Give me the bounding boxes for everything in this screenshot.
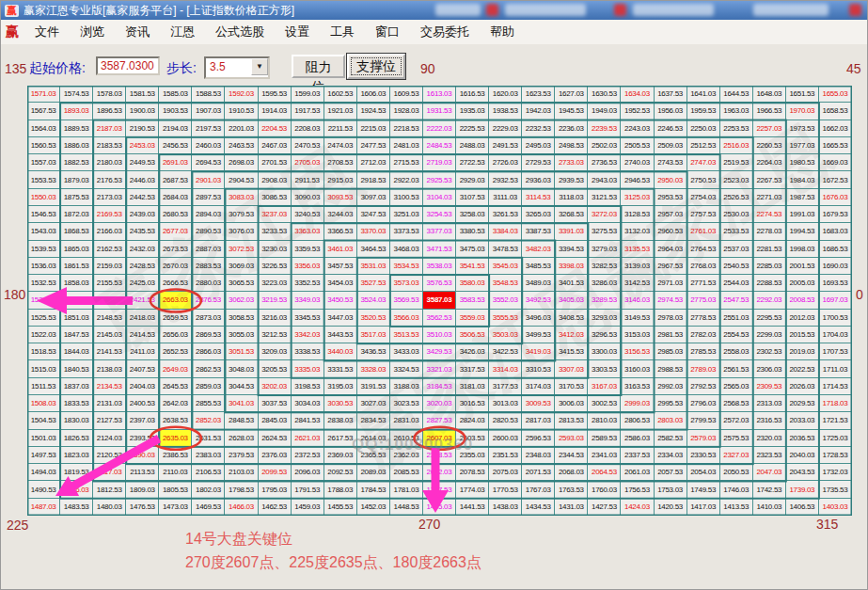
- center-cell[interactable]: 1847.53: [60, 327, 93, 343]
- center-cell[interactable]: 2981.53: [655, 327, 687, 343]
- center-cell[interactable]: 2866.03: [192, 343, 225, 360]
- center-cell[interactable]: 1854.53: [60, 292, 93, 309]
- center-cell[interactable]: 1914.03: [259, 103, 292, 120]
- center-cell[interactable]: 3237.03: [259, 206, 292, 223]
- center-cell[interactable]: 3349.03: [292, 292, 324, 309]
- center-cell[interactable]: 2246.53: [655, 120, 687, 137]
- center-cell[interactable]: 2747.03: [687, 154, 720, 171]
- center-cell[interactable]: 2330.53: [687, 447, 720, 464]
- center-cell[interactable]: 3405.03: [555, 292, 588, 309]
- center-cell[interactable]: 3576.53: [423, 275, 456, 292]
- center-cell[interactable]: 1781.03: [390, 481, 423, 498]
- center-cell[interactable]: 2603.53: [456, 430, 489, 447]
- center-cell[interactable]: 2078.53: [456, 464, 489, 481]
- step-dropdown[interactable]: 3.5 ▼: [204, 56, 270, 79]
- center-cell[interactable]: 2967.53: [655, 258, 687, 275]
- center-cell[interactable]: 1777.53: [423, 481, 456, 498]
- center-cell[interactable]: 1585.03: [159, 86, 192, 103]
- center-cell[interactable]: 3181.03: [456, 378, 489, 395]
- center-cell[interactable]: 2362.03: [390, 447, 423, 464]
- center-cell[interactable]: 2995.53: [655, 395, 687, 412]
- center-cell[interactable]: 2050.53: [720, 464, 753, 481]
- center-cell[interactable]: 3475.03: [456, 241, 489, 258]
- center-cell[interactable]: 2957.03: [655, 206, 687, 223]
- center-cell[interactable]: 3027.03: [357, 395, 390, 412]
- center-cell[interactable]: 1826.53: [60, 430, 93, 447]
- center-cell[interactable]: 3321.03: [423, 360, 456, 377]
- center-cell[interactable]: 2082.03: [423, 464, 456, 481]
- center-cell[interactable]: 1483.53: [60, 499, 93, 516]
- center-cell[interactable]: 3482.03: [522, 241, 555, 258]
- center-cell[interactable]: 2519.53: [720, 154, 753, 171]
- center-cell[interactable]: 2677.03: [159, 223, 192, 240]
- center-cell[interactable]: 1560.53: [27, 137, 60, 154]
- center-cell[interactable]: 2292.03: [753, 292, 786, 309]
- center-cell[interactable]: 1956.03: [655, 103, 687, 120]
- center-cell[interactable]: 2019.03: [786, 343, 819, 360]
- center-cell[interactable]: 2848.53: [225, 412, 258, 429]
- center-cell[interactable]: 2327.03: [720, 447, 753, 464]
- center-cell[interactable]: 1441.53: [456, 499, 489, 516]
- center-cell[interactable]: 2334.03: [655, 447, 687, 464]
- center-cell[interactable]: 3429.53: [423, 343, 456, 360]
- center-cell[interactable]: 3076.03: [225, 223, 258, 240]
- center-cell[interactable]: 2131.03: [93, 395, 126, 412]
- center-cell[interactable]: 3216.03: [259, 310, 292, 327]
- center-cell[interactable]: 2568.53: [720, 395, 753, 412]
- center-cell[interactable]: 1728.53: [819, 447, 852, 464]
- center-cell[interactable]: 2376.03: [259, 447, 292, 464]
- center-cell[interactable]: 3198.53: [292, 378, 324, 395]
- center-cell[interactable]: 2068.03: [555, 464, 588, 481]
- center-cell[interactable]: 1735.53: [819, 481, 852, 498]
- center-cell[interactable]: 1637.53: [655, 86, 687, 103]
- center-cell[interactable]: 1490.53: [27, 481, 60, 498]
- center-cell[interactable]: 1875.53: [60, 189, 93, 206]
- center-cell[interactable]: 2285.03: [753, 258, 786, 275]
- center-cell[interactable]: 2943.03: [588, 171, 621, 188]
- center-cell[interactable]: 2817.03: [522, 412, 555, 429]
- center-cell[interactable]: 3051.53: [225, 343, 258, 360]
- center-cell[interactable]: 2978.03: [655, 310, 687, 327]
- center-cell[interactable]: 1886.03: [60, 137, 93, 154]
- center-cell[interactable]: 1686.53: [819, 241, 852, 258]
- center-cell[interactable]: 3170.53: [555, 378, 588, 395]
- center-cell[interactable]: 3275.53: [588, 223, 621, 240]
- center-cell[interactable]: 2806.53: [621, 412, 654, 429]
- center-cell[interactable]: 2890.53: [192, 223, 225, 240]
- center-cell[interactable]: 2481.03: [390, 137, 423, 154]
- center-cell[interactable]: 2659.53: [159, 310, 192, 327]
- center-cell[interactable]: 2512.53: [687, 137, 720, 154]
- center-cell[interactable]: 2736.53: [588, 154, 621, 171]
- center-cell[interactable]: 1599.03: [292, 86, 324, 103]
- center-cell[interactable]: 1592.03: [225, 86, 258, 103]
- center-cell[interactable]: 2103.03: [225, 464, 258, 481]
- center-cell[interactable]: 1819.53: [60, 464, 93, 481]
- center-cell[interactable]: 2222.03: [423, 120, 456, 137]
- center-cell[interactable]: 2628.03: [225, 430, 258, 447]
- center-cell[interactable]: 3489.03: [522, 275, 555, 292]
- center-cell[interactable]: 2743.53: [655, 154, 687, 171]
- center-cell[interactable]: 2901.03: [192, 171, 225, 188]
- center-cell[interactable]: 3090.03: [292, 189, 324, 206]
- center-cell[interactable]: 1816.03: [60, 481, 93, 498]
- center-cell[interactable]: 1476.53: [126, 499, 159, 516]
- center-cell[interactable]: 3167.03: [588, 378, 621, 395]
- center-cell[interactable]: 1525.53: [27, 310, 60, 327]
- center-cell[interactable]: 2435.53: [126, 223, 159, 240]
- center-cell[interactable]: 3380.53: [456, 223, 489, 240]
- center-cell[interactable]: 3104.03: [423, 189, 456, 206]
- center-cell[interactable]: 3146.03: [621, 292, 654, 309]
- center-cell[interactable]: 3580.03: [456, 275, 489, 292]
- center-cell[interactable]: 1410.03: [753, 499, 786, 516]
- center-cell[interactable]: 2414.53: [126, 327, 159, 343]
- menu-item-6[interactable]: 工具: [320, 20, 365, 44]
- center-cell[interactable]: 1809.03: [126, 481, 159, 498]
- center-cell[interactable]: 2484.53: [423, 137, 456, 154]
- center-cell[interactable]: 3293.03: [588, 310, 621, 327]
- center-cell[interactable]: 2621.03: [292, 430, 324, 447]
- center-cell[interactable]: 1595.53: [259, 86, 292, 103]
- center-cell[interactable]: 1690.03: [819, 258, 852, 275]
- center-cell[interactable]: 3426.03: [456, 343, 489, 360]
- center-cell[interactable]: 3258.03: [456, 206, 489, 223]
- center-cell[interactable]: 1704.03: [819, 327, 852, 343]
